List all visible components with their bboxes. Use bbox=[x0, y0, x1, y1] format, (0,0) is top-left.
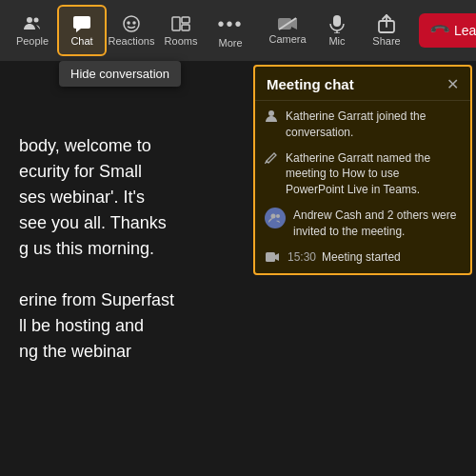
main-area: KG body, welcome to ecurity for Small se… bbox=[0, 61, 476, 476]
close-icon[interactable]: ✕ bbox=[446, 77, 459, 92]
more-icon: ••• bbox=[217, 13, 243, 35]
transcript-line-6: erine from Superfast bbox=[19, 288, 457, 313]
toolbar-item-people[interactable]: People bbox=[8, 5, 57, 56]
share-label: Share bbox=[372, 35, 400, 47]
reactions-label: Reactions bbox=[109, 35, 155, 47]
andrew-avatar bbox=[265, 208, 286, 228]
chat-msg-text-4: 15:30Meeting started bbox=[288, 249, 401, 266]
transcript-line-7: ll be hosting and bbox=[19, 313, 457, 339]
toolbar-item-reactions[interactable]: Reactions bbox=[107, 5, 156, 56]
svg-point-6 bbox=[133, 22, 135, 24]
svg-rect-13 bbox=[333, 15, 341, 27]
svg-point-1 bbox=[34, 18, 39, 23]
chat-panel: Meeting chat ✕ Katherine Garratt joined … bbox=[253, 65, 472, 275]
svg-rect-20 bbox=[266, 252, 275, 262]
leave-button[interactable]: 📞 Leave bbox=[419, 23, 476, 38]
rooms-icon bbox=[171, 14, 190, 33]
message-time: 15:30 bbox=[288, 250, 316, 264]
rooms-label: Rooms bbox=[165, 35, 198, 47]
toolbar-item-rooms[interactable]: Rooms bbox=[156, 5, 206, 56]
toolbar-item-mic[interactable]: Mic bbox=[312, 5, 362, 56]
phone-icon: 📞 bbox=[429, 19, 451, 41]
chat-label: Chat bbox=[70, 35, 92, 47]
mic-icon bbox=[329, 14, 345, 33]
camera-off-icon bbox=[277, 16, 298, 31]
toolbar-item-camera[interactable]: Camera bbox=[263, 5, 312, 56]
chat-messages: Katherine Garratt joined the conversatio… bbox=[255, 101, 470, 273]
hide-conversation-tooltip: Hide conversation bbox=[59, 61, 181, 87]
svg-rect-2 bbox=[73, 16, 90, 29]
svg-point-17 bbox=[268, 110, 274, 116]
chat-icon bbox=[72, 14, 91, 33]
chat-panel-header: Meeting chat ✕ bbox=[255, 67, 470, 101]
reactions-icon bbox=[122, 14, 141, 33]
svg-point-18 bbox=[271, 213, 276, 218]
svg-point-4 bbox=[124, 16, 139, 31]
svg-marker-21 bbox=[275, 253, 279, 261]
people-label: People bbox=[16, 35, 49, 47]
svg-rect-8 bbox=[182, 17, 189, 23]
svg-point-0 bbox=[27, 17, 32, 23]
mic-label: Mic bbox=[328, 35, 345, 47]
people-icon bbox=[23, 14, 42, 33]
chat-message-3: Andrew Cash and 2 others were invited to… bbox=[265, 208, 461, 240]
svg-marker-3 bbox=[76, 29, 81, 32]
pencil-icon bbox=[265, 151, 278, 168]
chat-msg-text-1: Katherine Garratt joined the conversatio… bbox=[286, 109, 461, 141]
person-icon-1 bbox=[265, 109, 278, 126]
toolbar: People Chat Reactions bbox=[0, 0, 476, 61]
toolbar-item-chat[interactable]: Chat bbox=[57, 5, 107, 56]
leave-button-group[interactable]: 📞 Leave ▾ bbox=[419, 13, 476, 48]
chat-panel-title: Meeting chat bbox=[267, 76, 354, 92]
video-icon bbox=[265, 250, 280, 266]
toolbar-item-share[interactable]: Share bbox=[362, 5, 411, 56]
svg-rect-7 bbox=[172, 17, 180, 30]
camera-label: Camera bbox=[268, 33, 306, 45]
leave-label: Leave bbox=[454, 23, 476, 38]
share-icon bbox=[378, 14, 395, 33]
toolbar-item-more[interactable]: ••• More bbox=[206, 5, 255, 56]
chat-msg-text-3: Andrew Cash and 2 others were invited to… bbox=[293, 208, 461, 240]
chat-message-1: Katherine Garratt joined the conversatio… bbox=[265, 109, 461, 141]
chat-msg-text-2: Katherine Garratt named the meeting to H… bbox=[286, 150, 461, 198]
chat-message-2: Katherine Garratt named the meeting to H… bbox=[265, 150, 461, 198]
svg-rect-9 bbox=[182, 25, 189, 30]
chat-message-4: 15:30Meeting started bbox=[265, 249, 461, 266]
transcript-line-8: ng the webinar bbox=[19, 339, 457, 365]
svg-point-5 bbox=[128, 22, 129, 24]
more-label: More bbox=[218, 37, 242, 49]
svg-point-19 bbox=[276, 214, 280, 218]
